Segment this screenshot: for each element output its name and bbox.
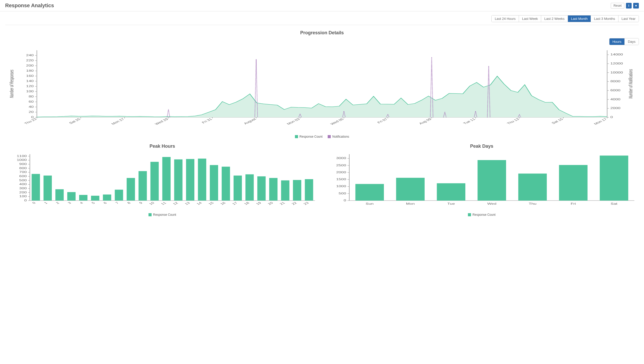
svg-text:15: 15 [208, 201, 215, 205]
svg-rect-106 [91, 196, 99, 201]
svg-text:Aug 09: Aug 09 [418, 118, 432, 125]
time-filter-last-week[interactable]: Last Week [519, 15, 541, 22]
svg-text:22: 22 [291, 201, 298, 205]
peak-days-chart: 050010001500200025003000SunMonTueWedThuF… [325, 152, 639, 211]
svg-text:500: 500 [339, 192, 346, 195]
time-filter-last-24-hours[interactable]: Last 24 Hours [492, 15, 519, 22]
svg-text:240: 240 [26, 54, 34, 57]
time-filter-last-2-weeks[interactable]: Last 2 Weeks [541, 15, 568, 22]
time-filter-last-month[interactable]: Last Month [568, 15, 591, 22]
legend-swatch-green [295, 135, 298, 138]
svg-text:Wed 05: Wed 05 [329, 118, 345, 126]
svg-rect-110 [138, 171, 147, 201]
svg-text:21: 21 [279, 201, 286, 205]
svg-text:7: 7 [114, 201, 120, 204]
svg-text:Number of Notifications: Number of Notifications [628, 69, 633, 98]
svg-rect-165 [355, 184, 384, 201]
svg-text:8000: 8000 [610, 80, 620, 83]
svg-rect-105 [79, 195, 87, 201]
svg-text:1000: 1000 [336, 185, 346, 188]
svg-text:800: 800 [19, 167, 27, 170]
svg-text:August: August [243, 118, 257, 125]
svg-rect-168 [477, 160, 506, 201]
svg-text:23: 23 [302, 201, 310, 205]
svg-text:Mon 27: Mon 27 [110, 118, 125, 125]
svg-text:Mon 17: Mon 17 [593, 118, 608, 125]
svg-text:9: 9 [138, 201, 143, 204]
info-icon[interactable]: i [626, 3, 632, 9]
progression-chart: 0204060801001201401601802002202400200040… [5, 48, 639, 133]
legend-response-count: Response Count [468, 213, 496, 217]
svg-text:400: 400 [19, 183, 27, 186]
time-filter-last-3-months[interactable]: Last 3 Months [591, 15, 618, 22]
svg-text:17: 17 [231, 201, 238, 205]
progression-title: Progression Details [5, 30, 639, 36]
progression-section: Progression Details HoursDays 0204060801… [0, 30, 644, 144]
svg-text:18: 18 [243, 201, 250, 205]
svg-rect-114 [186, 159, 194, 201]
progression-toggle-hours[interactable]: Hours [609, 38, 625, 45]
svg-text:10000: 10000 [610, 71, 623, 74]
time-filter-group: Last 24 HoursLast WeekLast 2 WeeksLast M… [491, 15, 639, 22]
svg-rect-101 [32, 174, 40, 201]
svg-text:8: 8 [126, 201, 131, 204]
svg-text:Sat 15: Sat 15 [551, 118, 564, 125]
legend-response-count: Response Count [148, 213, 176, 217]
svg-text:12000: 12000 [610, 62, 623, 65]
svg-text:600: 600 [19, 175, 27, 178]
peak-days-title: Peak Days [325, 144, 639, 149]
svg-text:120: 120 [26, 85, 34, 88]
svg-text:2500: 2500 [336, 164, 346, 167]
svg-text:Thu 23: Thu 23 [23, 118, 38, 125]
svg-text:14000: 14000 [610, 53, 623, 56]
svg-text:11: 11 [160, 201, 167, 205]
svg-text:1: 1 [43, 201, 48, 204]
svg-text:0: 0 [344, 199, 346, 202]
page-title: Response Analytics [5, 3, 54, 9]
svg-text:20: 20 [267, 201, 274, 205]
legend-notifications: Notifications [328, 135, 349, 138]
svg-text:Wed 29: Wed 29 [154, 118, 169, 126]
svg-text:100: 100 [26, 90, 34, 93]
svg-text:0: 0 [31, 201, 36, 204]
svg-text:60: 60 [29, 100, 34, 103]
legend-swatch-green [148, 213, 152, 216]
svg-rect-122 [281, 180, 289, 201]
svg-text:16: 16 [219, 201, 227, 205]
svg-text:140: 140 [26, 80, 34, 82]
svg-text:900: 900 [19, 163, 27, 166]
svg-rect-166 [396, 178, 425, 201]
bottom-charts-row: Peak Hours 01002003004005006007008009001… [0, 144, 644, 222]
svg-text:1000: 1000 [17, 159, 27, 161]
svg-text:Fri 07: Fri 07 [376, 118, 389, 124]
svg-text:Fri: Fri [571, 202, 576, 205]
svg-rect-109 [127, 178, 135, 201]
svg-text:Thu 13: Thu 13 [506, 118, 520, 125]
svg-text:Fri 31: Fri 31 [201, 118, 213, 124]
svg-text:0: 0 [610, 116, 613, 119]
time-filter-last-year[interactable]: Last Year [618, 15, 639, 22]
svg-text:10: 10 [148, 201, 155, 205]
svg-text:2: 2 [55, 201, 60, 204]
svg-text:Tue 11: Tue 11 [462, 118, 476, 125]
svg-text:Wed: Wed [487, 202, 496, 205]
svg-text:Tue: Tue [447, 202, 455, 205]
progression-toggle-days[interactable]: Days [625, 38, 639, 45]
svg-text:2000: 2000 [336, 171, 346, 174]
svg-rect-119 [245, 174, 254, 201]
svg-text:220: 220 [26, 59, 34, 62]
svg-rect-123 [293, 180, 301, 201]
progression-toggle-group: HoursDays [609, 38, 639, 45]
svg-rect-169 [518, 173, 547, 201]
svg-rect-102 [44, 176, 52, 201]
svg-text:13: 13 [184, 201, 191, 205]
svg-text:Mon 03: Mon 03 [286, 118, 301, 125]
svg-text:19: 19 [255, 201, 262, 205]
reset-button[interactable]: Reset [611, 3, 624, 9]
svg-rect-167 [437, 183, 465, 201]
svg-text:3: 3 [67, 201, 72, 204]
dropdown-icon[interactable]: ▾ [633, 3, 639, 9]
svg-rect-116 [210, 165, 218, 201]
time-filter-row: Last 24 HoursLast WeekLast 2 WeeksLast M… [0, 11, 644, 25]
svg-rect-104 [67, 192, 76, 201]
